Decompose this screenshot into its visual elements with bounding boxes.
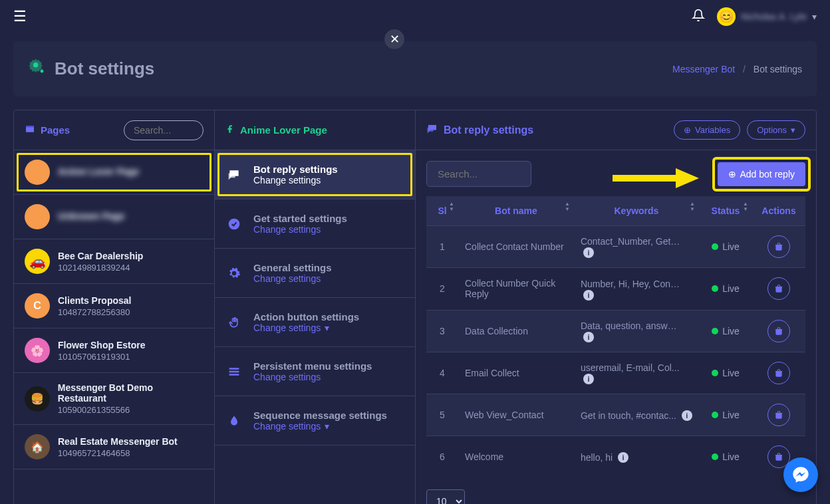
cell-keywords: hello, hi i: [574, 436, 699, 478]
check-icon: [227, 217, 241, 231]
setting-item[interactable]: Bot reply settings Change settings: [215, 150, 415, 199]
user-menu[interactable]: 😊 Nicholas A. Lyle ▾: [717, 7, 817, 26]
page-id: 101057061919301: [58, 352, 145, 362]
pages-search-input[interactable]: [124, 120, 204, 140]
options-button[interactable]: Options ▾: [747, 120, 805, 140]
setting-title: General settings: [253, 262, 332, 273]
cell-keywords: Contact_Number, Get, H... i: [574, 226, 699, 268]
facebook-icon: [225, 124, 235, 136]
cell-keywords: useremail, E-mail, Col... i: [574, 352, 699, 394]
page-item[interactable]: 🌸 Flower Shop Estore 101057061919301: [14, 328, 214, 373]
page-item[interactable]: Anime Lover Page: [14, 150, 214, 195]
row-action-button[interactable]: [767, 235, 790, 258]
page-item[interactable]: C Clients Proposal 104872788256380: [14, 284, 214, 328]
setting-title: Get started settings: [253, 213, 347, 224]
breadcrumb: Messenger Bot / Bot settings: [672, 64, 802, 74]
cell-sl: 2: [426, 268, 458, 310]
selected-page-label: Anime Lover Page: [240, 124, 327, 136]
cell-status: Live: [699, 268, 752, 310]
close-icon[interactable]: ✕: [384, 29, 404, 49]
svg-rect-6: [229, 370, 239, 372]
info-icon[interactable]: i: [682, 410, 692, 421]
cell-sl: 3: [426, 310, 458, 352]
info-icon[interactable]: i: [583, 332, 594, 342]
info-icon[interactable]: i: [583, 290, 594, 301]
setting-sub-link[interactable]: Change settings: [253, 175, 338, 186]
arrow-highlight-icon: [613, 165, 699, 194]
page-id: 105900261355566: [58, 405, 204, 415]
info-icon[interactable]: i: [583, 374, 594, 384]
variables-button[interactable]: ⊕ Variables: [674, 120, 740, 140]
setting-sub-link[interactable]: Change settings: [253, 273, 332, 284]
setting-title: Sequence message settings: [253, 410, 387, 421]
drop-icon: [227, 414, 241, 428]
breadcrumb-root[interactable]: Messenger Bot: [672, 64, 735, 74]
page-avatar: C: [25, 293, 50, 318]
cell-status: Live: [699, 436, 752, 478]
col-botname[interactable]: Bot name▲▼: [458, 196, 574, 226]
cell-botname: Welcome: [458, 436, 574, 478]
page-id: 104872788256380: [58, 307, 131, 317]
page-item[interactable]: 🍔 Messenger Bot Demo Restaurant 10590026…: [14, 373, 214, 425]
user-name: Nicholas A. Lyle: [741, 11, 807, 22]
chevron-down-icon: ▾: [325, 322, 329, 333]
setting-sub-link[interactable]: Change settings ▾: [253, 421, 387, 432]
setting-item[interactable]: General settings Change settings: [215, 249, 415, 298]
hand-icon: [227, 316, 241, 329]
table-row: 5 Web View_Contact Get in touch, #contac…: [426, 394, 805, 436]
setting-title: Bot reply settings: [253, 164, 338, 175]
page-name: Unknown Page: [58, 211, 124, 221]
col-status[interactable]: Status▲▼: [699, 196, 752, 226]
bell-icon[interactable]: [692, 9, 705, 25]
chevron-down-icon: ▾: [325, 421, 329, 432]
add-bot-reply-button[interactable]: ⊕ Add bot reply: [718, 162, 806, 186]
svg-rect-7: [229, 374, 239, 376]
page-item[interactable]: 🚗 Bee Car Dealership 102149891839244: [14, 239, 214, 284]
status-dot-icon: [712, 243, 718, 250]
cell-sl: 1: [426, 226, 458, 268]
page-name: Flower Shop Estore: [58, 340, 145, 350]
setting-title: Action button settings: [253, 311, 359, 322]
svg-rect-5: [229, 368, 239, 370]
row-action-button[interactable]: [767, 404, 790, 426]
avatar-icon: 😊: [717, 7, 736, 26]
setting-sub-link[interactable]: Change settings: [253, 372, 372, 382]
col-sl[interactable]: Sl▲▼: [426, 196, 458, 226]
cell-status: Live: [699, 226, 752, 268]
row-action-button[interactable]: [767, 320, 790, 342]
info-icon[interactable]: i: [583, 247, 594, 258]
setting-item[interactable]: Sequence message settings Change setting…: [215, 396, 415, 445]
page-avatar: 🏠: [25, 434, 50, 459]
page-avatar: [25, 204, 50, 229]
reply-search-input[interactable]: [426, 161, 531, 187]
chat-icon: [426, 123, 438, 138]
status-dot-icon: [712, 453, 718, 460]
page-item[interactable]: Unknown Page: [14, 195, 214, 239]
setting-item[interactable]: Get started settings Change settings: [215, 199, 415, 249]
messenger-fab[interactable]: [783, 457, 818, 492]
setting-item[interactable]: Persistent menu settings Change settings: [215, 347, 415, 396]
table-row: 2 Collect Number Quick Reply Number, Hi,…: [426, 268, 805, 310]
gear-icon: [28, 57, 47, 80]
svg-point-1: [41, 70, 44, 73]
svg-rect-3: [26, 126, 34, 127]
col-keywords[interactable]: Keywords▲▼: [574, 196, 699, 226]
cell-sl: 5: [426, 394, 458, 436]
setting-item[interactable]: Action button settings Change settings ▾: [215, 298, 415, 347]
chevron-down-icon: ▾: [791, 125, 795, 135]
page-id: 104965721464658: [58, 448, 178, 458]
page-name: Clients Proposal: [58, 295, 131, 306]
status-dot-icon: [712, 370, 718, 376]
info-icon[interactable]: i: [618, 452, 628, 463]
gear-icon: [227, 267, 241, 280]
status-dot-icon: [712, 328, 718, 334]
page-name: Real Estate Messenger Bot: [58, 436, 178, 447]
breadcrumb-current: Bot settings: [754, 64, 802, 74]
setting-sub-link[interactable]: Change settings: [253, 224, 347, 235]
page-item[interactable]: 🏠 Real Estate Messenger Bot 104965721464…: [14, 425, 214, 469]
hamburger-icon[interactable]: ☰: [13, 8, 27, 25]
row-action-button[interactable]: [767, 362, 790, 384]
row-action-button[interactable]: [767, 277, 790, 300]
page-size-select[interactable]: 10: [426, 489, 465, 504]
setting-sub-link[interactable]: Change settings ▾: [253, 322, 359, 333]
